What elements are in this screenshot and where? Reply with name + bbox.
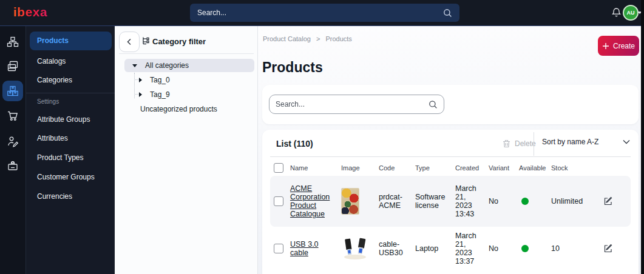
availability-dot (521, 198, 529, 205)
tree-item-uncategorized[interactable]: Uncategorized products (124, 102, 254, 116)
table-row[interactable]: USB 3.0 cable (270, 227, 631, 270)
top-bar: ibexa AU (0, 0, 644, 26)
product-search-field[interactable] (269, 95, 444, 114)
search-icon (443, 8, 452, 18)
column-header-type[interactable]: Type (415, 164, 455, 172)
user-avatar[interactable]: AU (623, 5, 639, 21)
row-checkbox[interactable] (274, 196, 283, 206)
breadcrumb-item[interactable]: Product Catalog (263, 35, 311, 42)
sidebar-item-attributes[interactable]: Attributes (37, 134, 68, 142)
edit-button[interactable] (603, 196, 631, 206)
availability-dot (521, 245, 529, 252)
sidebar-item-label: Products (37, 36, 69, 45)
toolbar-divider (534, 132, 534, 156)
sort-dropdown[interactable]: Sort by name A-Z (542, 138, 630, 146)
category-filter-title: Category filter (152, 37, 206, 46)
breadcrumb: Product Catalog > Products (263, 35, 356, 42)
column-header-variant: Variant (489, 164, 519, 172)
product-code: prdcat-ACME (379, 193, 415, 210)
create-button-label: Create (613, 42, 635, 50)
product-created: March 21, 2023 13:43 (455, 184, 487, 218)
breadcrumb-separator: > (316, 35, 320, 42)
tree-item-tag-0[interactable]: Tag_0 (124, 73, 254, 87)
page-title: Products (262, 59, 323, 76)
sidebar-item-categories[interactable]: Categories (37, 76, 72, 84)
breadcrumb-item[interactable]: Products (325, 35, 351, 42)
table-row[interactable]: ACME Corporation Product Catalogue prdca… (270, 176, 631, 227)
product-name-link[interactable]: USB 3.0 cable (290, 240, 319, 257)
window-scrollbar[interactable] (641, 0, 644, 274)
tree-item-label: Tag_0 (150, 76, 170, 84)
sidebar-item-currencies[interactable]: Currencies (37, 192, 72, 201)
icon-rail (0, 26, 25, 274)
personnel-badge-icon[interactable] (2, 156, 23, 176)
global-search-input[interactable] (197, 8, 443, 17)
row-checkbox[interactable] (274, 244, 283, 253)
table-header: Name Image Code Type Created Variant Ava… (270, 160, 631, 176)
product-created: March 21, 2023 13:37 (455, 232, 487, 266)
product-thumbnail (341, 236, 379, 261)
customers-icon[interactable] (2, 131, 23, 152)
edit-button[interactable] (603, 244, 631, 253)
product-list-card: List (110) Delete Sort by name A-Z Name (262, 130, 639, 274)
delete-button[interactable]: Delete (503, 139, 536, 148)
product-stock: 10 (551, 244, 603, 253)
ibexa-logo[interactable]: ibexa (13, 5, 47, 19)
tree-item-tag-9[interactable]: Tag_9 (124, 88, 254, 101)
app-window: ibexa AU (0, 0, 644, 274)
tree-item-label: Uncategorized products (140, 105, 217, 113)
commerce-cart-icon[interactable] (2, 105, 23, 126)
sidebar-item-customer-groups[interactable]: Customer Groups (37, 173, 95, 181)
column-header-image: Image (341, 164, 379, 172)
product-type: Software license (415, 193, 455, 210)
caret-right-icon[interactable] (139, 92, 142, 97)
content-tree-icon[interactable] (2, 32, 23, 52)
create-button[interactable]: Create (598, 36, 639, 56)
table-body: ACME Corporation Product Catalogue prdca… (270, 176, 631, 270)
product-variant: No (489, 197, 519, 206)
product-search-input[interactable] (276, 100, 429, 109)
pages-icon[interactable] (2, 56, 23, 76)
sidebar-item-catalogs[interactable]: Catalogs (37, 57, 66, 65)
column-header-created[interactable]: Created (455, 164, 489, 172)
column-header-name[interactable]: Name (290, 164, 341, 172)
column-header-code[interactable]: Code (379, 164, 415, 172)
sort-dropdown-label: Sort by name A-Z (542, 138, 598, 146)
sidebar-item-products[interactable]: Products (30, 32, 112, 50)
product-thumbnail (341, 188, 359, 215)
select-all-checkbox[interactable] (274, 163, 283, 173)
tree-item-label: Tag_9 (150, 90, 170, 99)
search-icon (429, 100, 438, 109)
product-code: cable-USB30 (379, 240, 415, 257)
chevron-down-icon (623, 139, 630, 144)
caret-down-icon[interactable] (132, 64, 137, 67)
product-stock: Unlimited (551, 197, 603, 206)
sidebar-divider (26, 93, 115, 93)
tree-item-label: All categories (145, 61, 189, 70)
product-catalog-icon[interactable] (2, 81, 23, 101)
list-count-title: List (110) (276, 139, 313, 149)
delete-button-label: Delete (515, 139, 536, 148)
product-type: Laptop (415, 244, 455, 253)
category-tree-icon (141, 36, 151, 45)
category-filter-panel: Category filter All categories Tag_0 Tag… (115, 26, 258, 274)
collapse-panel-button[interactable] (119, 32, 140, 52)
global-search[interactable] (190, 4, 459, 22)
caret-right-icon[interactable] (139, 78, 142, 82)
sidebar-section-settings: Settings (37, 98, 59, 105)
panel-divider (119, 53, 254, 54)
tree-item-all-categories[interactable]: All categories (124, 59, 254, 72)
main-content: Product Catalog > Products Products Crea… (258, 26, 644, 274)
sidebar-item-attribute-groups[interactable]: Attribute Groups (37, 115, 90, 124)
list-divider (270, 156, 631, 157)
notifications-bell-icon[interactable] (611, 7, 622, 18)
product-search-card (262, 85, 639, 124)
column-header-stock: Stock (551, 164, 603, 172)
product-variant: No (489, 244, 519, 253)
product-name-link[interactable]: ACME Corporation Product Catalogue (290, 184, 330, 218)
column-header-available: Available (519, 164, 551, 172)
sidebar-menu: Products Catalogs Categories Settings At… (25, 26, 115, 274)
sidebar-item-product-types[interactable]: Product Types (37, 153, 84, 162)
